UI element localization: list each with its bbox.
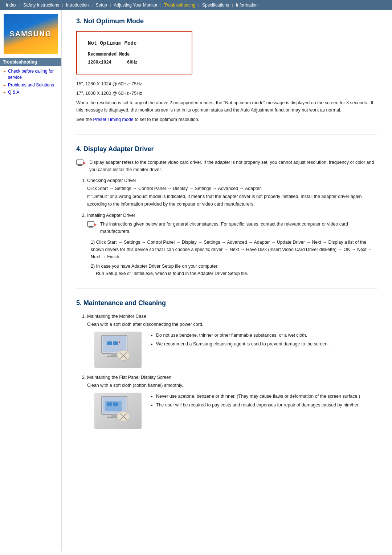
box-subtitle: Recommended Mode <box>88 51 181 59</box>
main-content: 3. Not Optimum Mode Not Optimum Mode Rec… <box>62 10 392 551</box>
nav-troubleshooting[interactable]: Troubleshooting <box>162 3 199 8</box>
note-icon-2 <box>87 221 97 229</box>
installing-note-text: The instructions given below are for gen… <box>100 220 377 235</box>
svg-rect-4 <box>83 163 86 163</box>
maintenance-2-title: Maintaining the Flat Panel Display Scree… <box>87 374 377 381</box>
maintenance-2-row: Never use acetone, benzene or thinner. (… <box>94 393 377 429</box>
arrow-icon-2: ► <box>3 83 7 88</box>
box-title: Not Optimum Mode <box>88 39 181 48</box>
monitor-note-svg <box>76 159 86 167</box>
bullet-2-1: Never use acetone, benzene or thinner. (… <box>156 393 360 400</box>
sidebar-link-qa[interactable]: ► Q & A <box>0 89 61 96</box>
monitor-image-2 <box>94 393 142 429</box>
section-4-note: Display adapter refers to the computer v… <box>76 159 377 173</box>
svg-rect-28 <box>107 402 112 406</box>
list-item-1-body: Click Start → Settings → Control Panel →… <box>87 186 262 191</box>
sub-item-1-body: Click Start → Settings → Control Panel →… <box>91 240 372 259</box>
divider-2 <box>76 288 377 288</box>
nav-adjusting[interactable]: Adjusting Your Monitor <box>111 3 160 8</box>
bullet-1-2: We recommend a Samsung cleansing agent i… <box>156 340 329 348</box>
divider-1 <box>76 134 377 134</box>
sub-item-2-num: 2) <box>91 264 96 269</box>
installing-note-row: The instructions given below are for gen… <box>87 220 377 235</box>
box-hz-value: 60Hz <box>127 60 138 65</box>
monitor-svg-1 <box>100 333 136 366</box>
res-line-1: 15", 1280 X 1024 @ 60Hz~75Hz <box>76 80 377 88</box>
svg-rect-7 <box>89 227 93 228</box>
section-4-list: Checking Adapter Driver Click Start → Se… <box>87 177 377 277</box>
sidebar-link-label-1: Check before calling for service <box>8 68 58 81</box>
sidebar-section-title: Troubleshooting <box>0 58 61 66</box>
svg-rect-5 <box>87 222 94 226</box>
maintenance-item-2: Maintaining the Flat Panel Display Scree… <box>87 374 377 429</box>
maintenance-1-title: Maintaining the Monitor Case <box>87 313 377 320</box>
svg-rect-0 <box>77 160 83 165</box>
svg-rect-29 <box>113 402 118 406</box>
section-4: 4. Display Adapter Driver Display adapte… <box>76 145 377 277</box>
bullet-1-1: Do not use benzene, thinner or other fla… <box>156 332 329 339</box>
maintenance-2-bullets: Never use acetone, benzene or thinner. (… <box>156 393 360 410</box>
sub-item-1-num: 1) <box>91 240 96 245</box>
svg-rect-6 <box>90 226 92 227</box>
arrow-icon-1: ► <box>3 69 7 74</box>
sidebar-logo: S​AMSUNG <box>4 14 58 54</box>
sub-item-2-body: In case you have Adapter Driver Setup fi… <box>96 264 219 269</box>
sub-list-item-1: 1) Click Start → Settings → Control Pane… <box>91 239 377 260</box>
list-item-1: Checking Adapter Driver Click Start → Se… <box>87 177 377 208</box>
logo-text: S​AMSUNG <box>9 30 52 38</box>
maintenance-1-bullets: Do not use benzene, thinner or other fla… <box>156 332 329 349</box>
sidebar: S​AMSUNG Troubleshooting ► Check before … <box>0 10 62 551</box>
section-5-title: 5. Maintenance and Cleaning <box>76 299 377 307</box>
sub-list-item-2: 2) In case you have Adapter Driver Setup… <box>91 263 377 277</box>
section-4-title: 4. Display Adapter Driver <box>76 145 377 153</box>
box-res-value: 1280x1024 <box>88 60 111 65</box>
maintenance-2-body: Clean with a soft cloth (cotton flannel)… <box>87 383 183 388</box>
nav-specifications[interactable]: Specifications <box>199 3 232 8</box>
sidebar-link-check-before[interactable]: ► Check before calling for service <box>0 68 61 81</box>
svg-rect-1 <box>79 165 81 165</box>
monitor-note-svg-2 <box>87 221 97 228</box>
top-navigation: Index | Safety Instructions | Introducti… <box>0 0 392 10</box>
section-5-list: Maintaining the Monitor Case Clean with … <box>87 313 377 429</box>
nav-information[interactable]: Information <box>233 3 261 8</box>
sidebar-link-label-2: Problems and Solutions <box>8 82 54 88</box>
section-3: 3. Not Optimum Mode Not Optimum Mode Rec… <box>76 17 377 123</box>
list-item-1-body2: If "Default" or a wrong product model is… <box>87 194 362 207</box>
sub-item-2-body2: Run Setup.exe or Install.exe, which is f… <box>96 271 248 276</box>
sub-list: 1) Click Start → Settings → Control Pane… <box>91 239 377 277</box>
main-layout: S​AMSUNG Troubleshooting ► Check before … <box>0 10 392 551</box>
nav-index[interactable]: Index <box>3 3 19 8</box>
sidebar-link-label-3: Q & A <box>8 89 19 96</box>
monitor-svg-2 <box>100 394 136 427</box>
maintenance-1-row: Do not use benzene, thinner or other fla… <box>94 332 377 368</box>
body-text-1: When the resolution is set to any of the… <box>76 99 377 114</box>
list-item-2: Installing Adapter Driver The instru <box>87 212 377 277</box>
section-5: 5. Maintenance and Cleaning Maintaining … <box>76 299 377 429</box>
list-item-1-title: Checking Adapter Driver <box>87 177 377 184</box>
svg-rect-17 <box>107 341 112 345</box>
preset-timing-link[interactable]: Preset Timing mode <box>93 117 134 122</box>
body-text-2-prefix: See the <box>76 117 93 122</box>
svg-rect-19 <box>119 341 120 343</box>
list-item-2-title: Installing Adapter Driver <box>87 212 377 219</box>
bullet-2-2: The user will be required to pay costs a… <box>156 401 360 409</box>
box-resolution: 1280x1024 60Hz <box>88 59 181 67</box>
section-3-title: 3. Not Optimum Mode <box>76 17 377 25</box>
body-text-2: See the Preset Timing mode to set to the… <box>76 116 377 123</box>
monitor-image-1 <box>94 332 142 368</box>
svg-rect-2 <box>78 165 82 166</box>
body-text-2-suffix: to set to the optimum resolution. <box>134 117 199 122</box>
not-optimum-box: Not Optimum Mode Recommended Mode 1280x1… <box>76 31 192 74</box>
res-line-2: 17", 1600 X 1200 @ 60Hz~75Hz <box>76 90 377 97</box>
section-4-note-text: Display adapter refers to the computer v… <box>89 159 377 173</box>
nav-intro[interactable]: Introduction <box>63 3 92 8</box>
arrow-icon-3: ► <box>3 90 7 95</box>
maintenance-1-body: Clean with a soft cloth after disconnect… <box>87 322 203 327</box>
sidebar-link-problems[interactable]: ► Problems and Solutions <box>0 81 61 89</box>
maintenance-item-1: Maintaining the Monitor Case Clean with … <box>87 313 377 368</box>
svg-rect-18 <box>113 341 118 345</box>
note-icon-1 <box>76 159 86 167</box>
nav-setup[interactable]: Setup <box>93 3 110 8</box>
svg-rect-9 <box>94 225 97 225</box>
nav-safety[interactable]: Safety Instructions <box>20 3 62 8</box>
